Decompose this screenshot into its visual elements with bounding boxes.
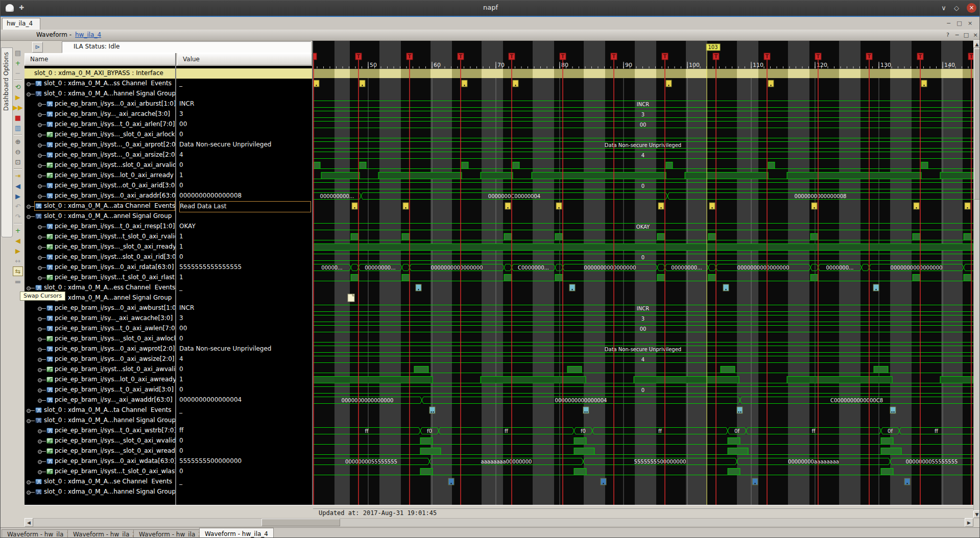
signal-value-cell[interactable]: Data Non-secure Unprivileged <box>179 345 310 354</box>
signal-value-cell[interactable]: 0 <box>179 365 310 374</box>
tree-expander-icon[interactable] <box>38 378 42 382</box>
signal-value-cell[interactable]: 3 <box>179 314 310 323</box>
tree-expander-icon[interactable] <box>38 388 42 393</box>
tree-expander-icon[interactable] <box>38 470 42 474</box>
tree-row[interactable]: pcie_ep_bram_i/syst...t_slot_0_axi_wlast… <box>25 467 312 477</box>
signal-value-cell[interactable]: 0 <box>179 131 310 139</box>
signal-name-cell[interactable]: pcie_ep_bram_i/sy..._axi_awaddr[63:0] <box>25 395 176 405</box>
tree-expander-icon[interactable] <box>38 368 42 372</box>
signal-name-cell[interactable]: pcie_ep_bram_i/sys...t_0_axi_arlen[7:0] <box>25 119 176 130</box>
signal-name-cell[interactable]: pcie_ep_bram_i/syst...slot_0_axi_arvalid <box>25 160 176 170</box>
window-titlebar[interactable]: ✚ napf ∨ ◇ × <box>1 1 980 17</box>
tree-expander-icon[interactable] <box>38 460 42 464</box>
tree-row[interactable]: slot_0 : xdma_0_M_A...ta Channel Events_ <box>25 405 312 415</box>
prev-transition-icon[interactable]: ◀ <box>13 181 23 191</box>
panel-close-button[interactable]: × <box>971 31 979 39</box>
signal-value-cell[interactable]: INCR <box>179 100 310 109</box>
wave-row[interactable] <box>313 377 973 383</box>
undo-icon[interactable]: ↶ <box>13 202 23 211</box>
signal-value-cell[interactable]: 4 <box>179 151 310 160</box>
signal-value-cell[interactable]: Read Data Last <box>179 201 311 212</box>
next-transition-icon[interactable]: ▶ <box>13 191 23 201</box>
tree-row[interactable]: pcie_ep_bram_i/syst..._0_axi_arsize[2:0]… <box>25 150 312 160</box>
tree-expander-icon[interactable] <box>38 184 42 188</box>
run-trigger-icon[interactable]: ▶ <box>13 92 23 102</box>
tree-row[interactable]: pcie_ep_bram_i/sys...t_0_axi_wstrb[7:0]f… <box>25 426 312 436</box>
signal-value-cell[interactable]: 1 <box>179 376 310 384</box>
tree-expander-icon[interactable] <box>38 317 42 321</box>
event-marker-icon[interactable] <box>583 407 589 413</box>
tree-row[interactable]: pcie_ep_bram_i/sys..._slot_0_axi_awlock0 <box>25 334 312 344</box>
tree-expander-icon[interactable] <box>38 358 42 362</box>
span-markers-icon[interactable]: ↔ <box>13 256 23 266</box>
signal-name-cell[interactable]: pcie_ep_bram_i/sys..._slot_0_axi_wvalid <box>25 436 176 446</box>
tree-row[interactable]: pcie_ep_bram_i/sys...t_0_axi_awid[3:0]0 <box>25 385 312 395</box>
event-marker-icon[interactable] <box>737 407 743 413</box>
signal-name-cell[interactable]: pcie_ep_bram_i/sys...0_axi_wdata[63:0] <box>25 456 176 467</box>
tree-row[interactable]: pcie_ep_bram_i/sys..._slot_0_axi_wvalid0 <box>25 436 312 446</box>
signal-value-cell[interactable]: 00 <box>179 120 310 129</box>
signal-name-cell[interactable]: pcie_ep_bram_i/sys...t_0_axi_awlen[7:0] <box>25 324 176 334</box>
waveform-tab[interactable]: Waveform - hw_ila_2 <box>67 529 142 538</box>
event-marker-icon[interactable] <box>429 407 435 413</box>
signal-value-cell[interactable]: 0000000000000008 <box>179 192 310 201</box>
signal-value-cell[interactable] <box>179 69 310 78</box>
wave-row[interactable] <box>313 244 973 251</box>
goto-time-icon[interactable]: ⇥ <box>13 171 23 181</box>
signal-value-cell[interactable]: Data Non-secure Unprivileged <box>179 141 310 150</box>
tree-expander-icon[interactable] <box>27 409 31 413</box>
signal-value-cell[interactable]: 00 <box>179 325 310 333</box>
signal-value-cell[interactable]: INCR <box>179 304 310 313</box>
tree-expander-icon[interactable] <box>38 307 42 311</box>
tree-expander-icon[interactable] <box>38 103 42 107</box>
signal-name-cell[interactable]: pcie_ep_bram_i/sys...lot_0_axi_arready <box>25 170 176 181</box>
tree-row[interactable]: slot_0 : xdma_0_M_A...hannel Signal Grou… <box>25 89 312 99</box>
signal-name-cell[interactable]: pcie_ep_bram_i/sys...0_axi_awsize[2:0] <box>25 354 176 364</box>
dashboard-options-tab[interactable]: Dashboard Options <box>1 47 13 237</box>
panel-minimize-button[interactable]: ─ <box>953 31 961 39</box>
tree-row[interactable]: pcie_ep_bram_i/sy..._axi_awaddr[63:0]000… <box>25 395 312 405</box>
signal-name-cell[interactable]: pcie_ep_bram_i/sys...t_0_axi_rresp[1:0] <box>25 222 176 232</box>
signal-name-cell[interactable]: pcie_ep_bram_i/syst...t_slot_0_axi_wlast <box>25 467 176 477</box>
signal-value-cell[interactable]: 0 <box>179 447 310 456</box>
signal-value-cell[interactable]: 0 <box>179 253 310 262</box>
tree-row[interactable]: pcie_ep_bram_i/sys...0_axi_awsize[2:0]4 <box>25 354 312 364</box>
tree-row[interactable]: slot_0 : xdma_0_M_A...hannel Signal Grou… <box>25 487 312 497</box>
tree-row[interactable]: pcie_ep_bram_i/sys...0_axi_rdata[63:0]55… <box>25 262 312 273</box>
zoom-in-icon[interactable]: ⊕ <box>13 137 23 146</box>
signal-name-cell[interactable]: pcie_ep_bram_i/syst...t_slot_0_axi_rlast <box>25 273 176 283</box>
signal-tree[interactable]: slot_0 : xdma_0_M_AXI_BYPASS : Interface… <box>25 66 312 505</box>
tree-row[interactable]: pcie_ep_bram_i/sys...0_axi_awburst[1:0]I… <box>25 303 312 313</box>
close-button[interactable]: × <box>967 3 976 13</box>
stop-trigger-icon[interactable]: ■ <box>13 113 23 123</box>
redo-icon[interactable]: ↷ <box>13 212 23 222</box>
tabbar-minimize-button[interactable]: ─ <box>944 19 953 27</box>
horizontal-scrollbar-thumb[interactable] <box>261 519 340 526</box>
trigger-flag-icon[interactable] <box>313 53 317 60</box>
tree-expander-icon[interactable] <box>38 235 42 239</box>
column-header-name[interactable]: Name <box>25 53 176 65</box>
tree-row[interactable]: pcie_ep_bram_i/sy..._axi_arcache[3:0]3 <box>25 109 312 119</box>
tree-row[interactable]: pcie_ep_bram_i/sys..._slot_0_axi_wready0 <box>25 446 312 456</box>
export-data-icon[interactable]: ▥ <box>13 123 23 133</box>
swap-cursors-icon[interactable]: ⇆ <box>13 266 23 276</box>
signal-name-cell[interactable]: pcie_ep_bram_i/syst..._0_axi_arprot[2:0] <box>25 140 176 150</box>
signal-name-cell[interactable]: pcie_ep_bram_i/syst...t_slot_0_axi_rvali… <box>25 232 176 242</box>
tree-row[interactable]: slot_0 : xdma_0_M_A...se Channel Events_ <box>25 477 312 487</box>
panel-maximize-button[interactable]: □ <box>962 31 970 39</box>
tree-row[interactable]: pcie_ep_bram_i/sys...0_axi_wdata[63:0]55… <box>25 456 312 467</box>
signal-name-cell[interactable]: pcie_ep_bram_i/syst...slot_0_axi_rid[3:0… <box>25 252 176 262</box>
tree-expander-icon[interactable] <box>38 154 42 158</box>
tree-row[interactable]: pcie_ep_bram_i/syst...slot_0_axi_awvalid… <box>25 364 312 375</box>
signal-name-cell[interactable]: slot_0 : xdma_0_M_A...ta Channel Events <box>25 405 176 415</box>
signal-value-cell[interactable]: 0 <box>179 386 310 395</box>
wave-row[interactable] <box>313 69 973 78</box>
tree-expander-icon[interactable] <box>38 113 42 117</box>
scroll-up-button[interactable]: ▲ <box>973 40 980 48</box>
tree-expander-icon[interactable] <box>38 337 42 341</box>
run-trigger-immediate-icon[interactable]: ▶▶ <box>13 103 23 112</box>
signal-name-cell[interactable]: pcie_ep_bram_i/sys...lot_0_axi_awready <box>25 375 176 385</box>
signal-value-cell[interactable] <box>179 90 310 99</box>
tree-expander-icon[interactable] <box>38 133 42 137</box>
signal-value-cell[interactable]: 0 <box>179 161 310 170</box>
